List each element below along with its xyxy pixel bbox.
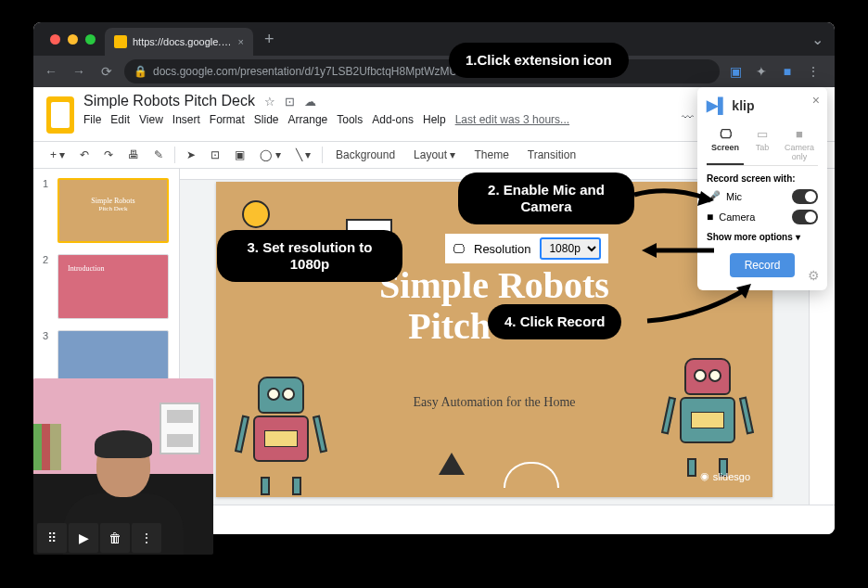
reload-button[interactable]: ⟳ bbox=[96, 64, 117, 79]
resolution-selector: 🖵 Resolution 1080p bbox=[445, 234, 608, 263]
textbox-tool[interactable]: ⊡ bbox=[207, 147, 223, 163]
current-slide[interactable]: ✦ + + Simple Robots Pitch Deck Easy Auto… bbox=[216, 182, 772, 497]
move-icon[interactable]: ⊡ bbox=[285, 95, 295, 109]
mic-switch[interactable] bbox=[792, 189, 818, 204]
theme-button[interactable]: Theme bbox=[468, 147, 514, 163]
line-tool[interactable]: ╲ ▾ bbox=[292, 147, 314, 163]
background-button[interactable]: Background bbox=[330, 147, 401, 163]
menu-help[interactable]: Help bbox=[423, 113, 446, 126]
robot-left-illustration bbox=[244, 377, 318, 479]
tabs-menu-icon[interactable]: ⌄ bbox=[811, 31, 835, 48]
annotation-3: 3. Set resolution to 1080p bbox=[217, 230, 402, 282]
url-input[interactable]: 🔒 docs.google.com/presentation/d/1y7LSB2… bbox=[124, 59, 720, 83]
new-tab-button[interactable]: + bbox=[253, 30, 286, 49]
screen-icon: 🖵 bbox=[708, 127, 742, 141]
tab-icon: ▭ bbox=[746, 127, 779, 141]
redo-button[interactable]: ↷ bbox=[100, 147, 117, 163]
trend-icon[interactable]: 〰 bbox=[682, 110, 694, 124]
menu-arrange[interactable]: Arrange bbox=[288, 113, 328, 126]
camera-label: Camera bbox=[719, 211, 786, 223]
menu-slide[interactable]: Slide bbox=[254, 113, 279, 126]
thumb-2[interactable]: 2 Introduction bbox=[43, 254, 170, 319]
control-delete-icon[interactable]: 🗑 bbox=[100, 523, 130, 553]
back-button[interactable]: ← bbox=[41, 64, 61, 79]
menu-insert[interactable]: Insert bbox=[172, 113, 200, 126]
record-button[interactable]: Record bbox=[730, 253, 796, 277]
doodle-triangle-icon bbox=[439, 453, 465, 475]
annotation-2: 2. Enable Mic and Camera bbox=[458, 173, 634, 224]
close-tab-icon[interactable]: × bbox=[238, 36, 244, 47]
resolution-label: Resolution bbox=[474, 242, 530, 256]
resolution-dropdown[interactable]: 1080p bbox=[540, 237, 601, 260]
annotation-3-arrow bbox=[642, 237, 716, 265]
browser-tab[interactable]: https://docs.google.com/pr × bbox=[105, 28, 253, 56]
control-more-icon[interactable]: ⋮ bbox=[132, 523, 161, 553]
klip-logo: ▶▌ klip bbox=[707, 96, 818, 114]
camera-toggle-row: ■ Camera bbox=[707, 210, 818, 224]
show-more-options[interactable]: Show more options ▾ bbox=[707, 232, 818, 242]
transition-button[interactable]: Transition bbox=[522, 147, 581, 163]
star-icon[interactable]: ☆ bbox=[264, 95, 275, 109]
capture-mode-tabs: 🖵 Screen ▭ Tab ■ Camera only bbox=[707, 123, 818, 166]
browser-menu-icon[interactable]: ⋮ bbox=[805, 63, 822, 80]
thumb-1[interactable]: 1 Simple Robots Pitch Deck bbox=[43, 178, 170, 243]
window-maximize-icon[interactable] bbox=[85, 34, 96, 45]
mic-toggle-row: 🎤 Mic bbox=[707, 189, 818, 204]
robot-right-illustration bbox=[670, 358, 745, 460]
new-slide-button[interactable]: + ▾ bbox=[46, 147, 69, 163]
tab-camera-only[interactable]: ■ Camera only bbox=[781, 123, 818, 165]
control-drag-icon[interactable]: ⠿ bbox=[37, 523, 67, 553]
forward-button: → bbox=[69, 64, 89, 79]
annotation-4: 4. Click Record bbox=[488, 304, 621, 339]
menu-addons[interactable]: Add-ons bbox=[372, 113, 414, 126]
slides-favicon-icon bbox=[114, 35, 127, 48]
record-with-label: Record screen with: bbox=[707, 173, 818, 184]
document-title[interactable]: Simple Robots Pitch Deck bbox=[83, 93, 255, 109]
camera-switch[interactable] bbox=[792, 210, 818, 224]
browser-address-bar: ← → ⟳ 🔒 docs.google.com/presentation/d/1… bbox=[33, 56, 835, 87]
google-slides-logo-icon[interactable] bbox=[46, 96, 74, 134]
menu-view[interactable]: View bbox=[139, 113, 163, 126]
slidesgo-icon: ◉ bbox=[700, 470, 709, 482]
camera-icon: ■ bbox=[783, 127, 816, 141]
control-play-icon[interactable]: ▶ bbox=[69, 523, 98, 553]
undo-button[interactable]: ↶ bbox=[76, 147, 93, 163]
print-button[interactable]: 🖶 bbox=[124, 147, 143, 163]
doodle-arch-icon bbox=[504, 462, 559, 488]
recording-controls: ⠿ ▶ 🗑 ⋮ bbox=[37, 523, 161, 553]
menu-tools[interactable]: Tools bbox=[337, 113, 363, 126]
settings-gear-icon[interactable]: ⚙ bbox=[808, 268, 820, 283]
image-tool[interactable]: ▣ bbox=[231, 147, 249, 163]
monitor-icon: 🖵 bbox=[453, 242, 465, 256]
klip-extension-icon[interactable]: ▣ bbox=[727, 63, 744, 80]
slidesgo-watermark: ◉ slidesgo bbox=[700, 470, 750, 482]
extensions-puzzle-icon[interactable]: ✦ bbox=[753, 63, 770, 80]
menu-format[interactable]: Format bbox=[210, 113, 245, 126]
tab-title: https://docs.google.com/pr bbox=[133, 36, 233, 47]
shape-tool[interactable]: ◯ ▾ bbox=[256, 147, 284, 163]
last-edit-status[interactable]: Last edit was 3 hours... bbox=[455, 113, 569, 126]
menu-edit[interactable]: Edit bbox=[110, 113, 130, 126]
window-close-icon[interactable] bbox=[50, 34, 60, 45]
menu-bar: File Edit View Insert Format Slide Arran… bbox=[83, 113, 682, 126]
camera-extension-icon[interactable]: ■ bbox=[779, 63, 796, 80]
annotation-2-arrow bbox=[632, 182, 716, 219]
menu-file[interactable]: File bbox=[83, 113, 101, 126]
cloud-status-icon: ☁ bbox=[304, 95, 316, 109]
browser-tab-bar: https://docs.google.com/pr × + ⌄ bbox=[33, 22, 835, 56]
lock-icon: 🔒 bbox=[134, 65, 147, 78]
popup-close-icon[interactable]: × bbox=[812, 93, 820, 108]
tab-screen[interactable]: 🖵 Screen bbox=[707, 123, 744, 165]
tab-tab[interactable]: ▭ Tab bbox=[744, 123, 781, 165]
window-minimize-icon[interactable] bbox=[68, 34, 78, 45]
extension-icons: ▣ ✦ ■ ⋮ bbox=[727, 63, 827, 80]
window-traffic-lights bbox=[41, 34, 105, 45]
layout-button[interactable]: Layout ▾ bbox=[408, 147, 461, 163]
doodle-circle-icon bbox=[242, 200, 270, 228]
mic-label: Mic bbox=[726, 191, 786, 202]
annotation-4-arrow bbox=[644, 284, 755, 326]
pointer-tool[interactable]: ➤ bbox=[183, 147, 199, 163]
klip-camera-icon: ▶▌ bbox=[707, 96, 728, 114]
klip-extension-popup: × ▶▌ klip 🖵 Screen ▭ Tab ■ Camera only R… bbox=[697, 87, 827, 290]
paint-format-button[interactable]: ✎ bbox=[150, 147, 167, 163]
